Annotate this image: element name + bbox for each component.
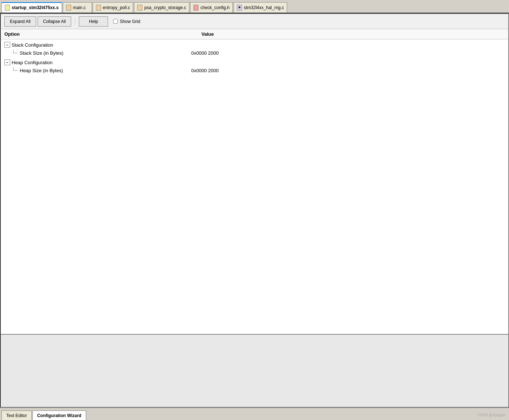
show-grid-label: Show Grid xyxy=(120,19,140,24)
stack-size-row: Stack Size (in Bytes) 0x0000 2000 xyxy=(12,49,505,57)
collapse-all-button[interactable]: Collapse All xyxy=(38,16,72,27)
toolbar-separator xyxy=(75,18,75,25)
stack-parent-row: − Stack Configuration xyxy=(4,41,505,49)
toolbar: Expand All Collapse All Help Show Grid xyxy=(1,14,508,29)
heap-size-value[interactable]: 0x0000 2000 xyxy=(191,68,219,73)
tab-startup[interactable]: startup_stm32l475xx.s xyxy=(1,2,62,12)
tab-label-entropy: entropy_poll.c xyxy=(103,5,130,10)
bottom-tab-text-editor[interactable]: Text Editor xyxy=(1,411,32,420)
lower-panel xyxy=(1,334,508,407)
tab-psa[interactable]: psa_crypto_storage.c xyxy=(134,2,189,12)
bottom-tab-config-wizard-label: Configuration Wizard xyxy=(37,413,81,418)
tab-icon-hal-rng: ✱ xyxy=(237,5,242,11)
bottom-tab-bar: Text Editor Configuration Wizard xyxy=(0,408,509,420)
heap-section: − Heap Configuration Heap Size (in Bytes… xyxy=(4,58,505,74)
tab-bar: startup_stm32l475xx.s main.c entropy_pol… xyxy=(0,0,509,13)
tab-icon-main xyxy=(66,5,71,11)
stack-parent-label: Stack Configuration xyxy=(12,42,53,48)
tab-check-config[interactable]: check_config.h xyxy=(190,2,233,12)
watermark: CSDN @duapple xyxy=(477,413,505,417)
content-area: Option Value − Stack Configuration Stack… xyxy=(1,29,508,334)
main-container: startup_stm32l475xx.s main.c entropy_pol… xyxy=(0,0,509,420)
tab-icon-check-config xyxy=(193,5,198,11)
tab-icon-psa xyxy=(137,5,142,11)
col-value-header: Value xyxy=(201,31,505,37)
heap-size-row: Heap Size (in Bytes) 0x0000 2000 xyxy=(12,66,505,74)
stack-size-value[interactable]: 0x0000 2000 xyxy=(191,50,219,56)
show-grid-container: Show Grid xyxy=(113,19,140,24)
stack-expand-icon[interactable]: − xyxy=(4,42,10,48)
stack-size-label: Stack Size (in Bytes) xyxy=(20,50,191,56)
tab-label-check-config: check_config.h xyxy=(200,5,230,10)
tab-icon-startup xyxy=(5,5,10,11)
help-button[interactable]: Help xyxy=(79,16,108,27)
stack-section: − Stack Configuration Stack Size (in Byt… xyxy=(4,41,505,57)
tab-label-psa: psa_crypto_storage.c xyxy=(144,5,186,10)
tree-content: − Stack Configuration Stack Size (in Byt… xyxy=(1,39,508,334)
expand-all-button[interactable]: Expand All xyxy=(4,16,36,27)
stack-connector xyxy=(12,50,19,56)
heap-size-label: Heap Size (in Bytes) xyxy=(20,68,191,73)
show-grid-checkbox[interactable] xyxy=(113,19,118,24)
tab-label-startup: startup_stm32l475xx.s xyxy=(12,5,59,10)
bottom-tab-text-editor-label: Text Editor xyxy=(6,413,27,418)
heap-parent-row: − Heap Configuration xyxy=(4,58,505,66)
tab-icon-entropy xyxy=(96,5,101,11)
tab-hal-rng[interactable]: ✱ stm32l4xx_hal_rng.c xyxy=(234,2,287,12)
heap-connector xyxy=(12,67,19,73)
heap-expand-icon[interactable]: − xyxy=(4,59,10,65)
tab-main[interactable]: main.c xyxy=(63,2,92,12)
tab-label-hal-rng: stm32l4xx_hal_rng.c xyxy=(244,5,284,10)
tab-entropy[interactable]: entropy_poll.c xyxy=(93,2,134,12)
table-header: Option Value xyxy=(1,29,508,39)
editor-area: Expand All Collapse All Help Show Grid O… xyxy=(0,13,509,408)
heap-parent-label: Heap Configuration xyxy=(12,60,53,65)
bottom-tab-config-wizard[interactable]: Configuration Wizard xyxy=(32,411,86,420)
col-option-header: Option xyxy=(4,31,201,37)
tab-label-main: main.c xyxy=(73,5,86,10)
